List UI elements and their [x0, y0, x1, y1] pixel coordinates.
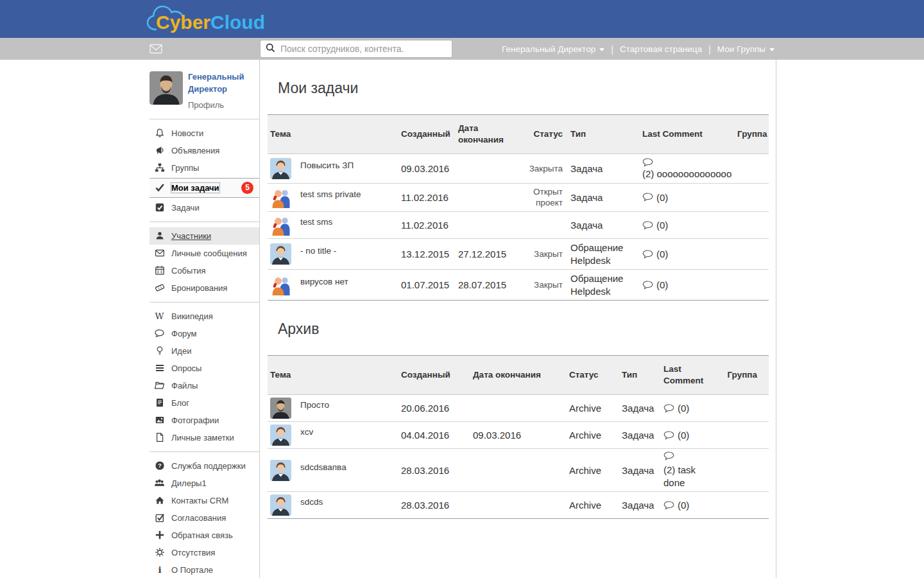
sidebar-item-обратная-связь[interactable]: Обратная связь	[150, 527, 259, 544]
created-cell: 04.04.2016	[398, 422, 470, 449]
task-title-link[interactable]: test sms private	[300, 187, 361, 208]
sidebar-item-файлы[interactable]: Файлы	[150, 377, 259, 394]
folder-icon	[154, 380, 165, 391]
sidebar-item-участники[interactable]: Участники	[150, 227, 259, 245]
task-title-link[interactable]: sdcds	[300, 495, 323, 516]
sidebar-item-дилеры1[interactable]: Дилеры1	[150, 475, 259, 492]
task-title-link[interactable]: sdcdsвапва	[300, 460, 346, 481]
sidebar-item-label: Файлы	[171, 381, 198, 390]
sidebar-item-блог[interactable]: Блог	[150, 394, 259, 412]
due-date-cell: 28.07.2015	[456, 270, 510, 301]
search-input[interactable]	[279, 43, 447, 55]
last-comment-cell: (0)	[640, 239, 735, 270]
type-cell: Обращение Helpdesk	[568, 270, 640, 301]
profile-link[interactable]: Профиль	[188, 100, 259, 110]
comment-bubble-icon	[663, 501, 674, 510]
group-cell	[722, 422, 769, 449]
sidebar-item-википедия[interactable]: WВикипедия	[150, 308, 259, 325]
sidebar-item-отсутствия[interactable]: Отсутствия	[150, 544, 259, 561]
type-cell: Задача	[568, 183, 640, 211]
theme-cell: xcv	[268, 422, 398, 449]
comment-bubble-icon	[642, 281, 653, 290]
sidebar-item-мои-задачи[interactable]: Мои задачи5	[150, 178, 259, 198]
comment-link[interactable]: (2) oooooooooooooo	[642, 157, 732, 180]
table-row: test sms11.02.2016Задача(0)	[268, 212, 769, 239]
comment-count: (0)	[678, 499, 689, 512]
sidebar-item-служба-поддержки[interactable]: ?Служба поддержки	[150, 457, 259, 475]
info-icon: i	[154, 565, 165, 575]
row-avatar[interactable]	[270, 398, 291, 419]
sidebar-item-личные-заметки[interactable]: Личные заметки	[150, 429, 259, 446]
bulb-icon	[154, 346, 165, 356]
sidebar-item-форум[interactable]: Форум	[150, 325, 259, 342]
svg-text:i: i	[158, 565, 161, 575]
comment-link[interactable]: (0)	[642, 248, 732, 261]
comment-link[interactable]: (0)	[642, 279, 732, 292]
row-avatar[interactable]	[270, 425, 291, 446]
sidebar-item-фотографии[interactable]: Фотографии	[150, 412, 259, 429]
row-avatar[interactable]	[270, 460, 291, 481]
group-cell	[722, 492, 769, 519]
sidebar-item-объявления[interactable]: Объявления	[150, 142, 259, 159]
created-cell: 20.06.2016	[398, 395, 470, 422]
sidebar-item-label: Новости	[171, 128, 203, 138]
sidebar-item-задачи[interactable]: Задачи	[150, 199, 259, 216]
type-cell: Задача	[619, 422, 661, 449]
sidebar-item-новости[interactable]: Новости	[150, 125, 259, 142]
task-title-link[interactable]: Просто	[300, 398, 329, 419]
row-avatar[interactable]	[270, 495, 291, 516]
check-icon	[154, 182, 165, 193]
comment-link[interactable]: (0)	[663, 499, 719, 512]
comment-link[interactable]: (0)	[663, 429, 719, 442]
sidebar-item-опросы[interactable]: Опросы	[150, 360, 259, 377]
sidebar-item-о-портале[interactable]: iО Портале	[150, 561, 259, 578]
sidebar-item-контакты-crm[interactable]: Контакты CRM	[150, 492, 259, 509]
row-avatar[interactable]	[270, 158, 291, 179]
comment-link[interactable]: (0)	[642, 219, 732, 232]
sidebar-item-label: Согласования	[171, 513, 226, 523]
sidebar-item-label: Блог	[171, 398, 189, 408]
cybercloud-logo[interactable]: CyberCloud	[150, 5, 278, 36]
task-title-link[interactable]: вирусов нет	[300, 274, 348, 295]
ticket-icon	[154, 283, 165, 293]
sidebar-item-события[interactable]: События	[150, 262, 259, 279]
toolbar-link[interactable]: Мои Группы	[717, 44, 774, 54]
plus-icon	[154, 530, 165, 541]
group-cell	[722, 449, 769, 492]
row-avatar[interactable]	[270, 215, 291, 236]
column-header-theme: Тема	[268, 356, 398, 395]
sidebar-item-согласования[interactable]: Согласования	[150, 509, 259, 527]
comment-link[interactable]: (2) task done	[663, 451, 719, 489]
comment-count: (2) oooooooooooooo	[642, 168, 732, 179]
section-title: Архив	[278, 320, 776, 338]
task-title-link[interactable]: - no title -	[300, 243, 336, 265]
sidebar-item-группы[interactable]: Группы	[150, 159, 259, 177]
comment-link[interactable]: (0)	[663, 402, 719, 415]
created-cell: 11.02.2016	[398, 183, 456, 211]
sidebar-item-бронирования[interactable]: Бронирования	[150, 279, 259, 297]
row-avatar[interactable]	[270, 187, 291, 208]
task-title-link[interactable]: Повысить ЗП	[300, 158, 354, 179]
row-avatar[interactable]	[270, 243, 291, 265]
task-title-link[interactable]: test sms	[300, 215, 332, 236]
column-header-due: Дата окончания	[456, 115, 510, 154]
sidebar-item-label: Личные сообщения	[171, 249, 247, 258]
toolbar-link[interactable]: Стартовая страница	[620, 44, 702, 54]
svg-text:?: ?	[158, 462, 162, 469]
column-header-created: Созданный	[398, 115, 456, 154]
comment-link[interactable]: (0)	[642, 191, 732, 204]
group-cell	[735, 212, 769, 239]
sidebar-item-личные-сообщения[interactable]: Личные сообщения	[150, 245, 259, 262]
calendar-icon	[154, 265, 165, 276]
profile-name[interactable]: Генеральный Директор	[188, 71, 259, 96]
messages-envelope-icon[interactable]	[150, 44, 162, 54]
profile-avatar[interactable]	[150, 71, 183, 105]
status-cell: Открыт проект	[510, 183, 568, 211]
table-row: sdcdsвапва28.03.2016ArchiveЗадача(2) tas…	[268, 449, 769, 492]
sidebar-item-идеи[interactable]: Идеи	[150, 342, 259, 360]
toolbar-link[interactable]: Генеральный Директор	[502, 44, 604, 54]
column-header-type: Тип	[619, 356, 661, 395]
last-comment-cell: (2) oooooooooooooo	[640, 154, 735, 184]
task-title-link[interactable]: xcv	[300, 425, 313, 446]
row-avatar[interactable]	[270, 274, 291, 295]
